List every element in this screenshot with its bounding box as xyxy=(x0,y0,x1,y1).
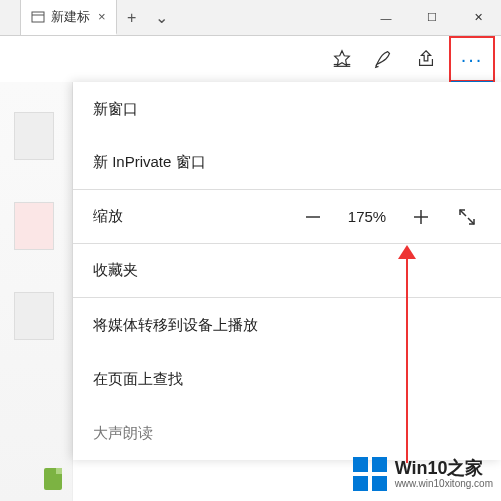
chevron-down-icon: ⌄ xyxy=(155,8,168,27)
annotation-arrow xyxy=(406,253,408,463)
notes-button[interactable] xyxy=(363,38,405,80)
close-icon: ✕ xyxy=(474,11,483,24)
plus-icon: + xyxy=(127,9,136,27)
watermark-text: Win10之家 www.win10xitong.com xyxy=(395,459,493,490)
favorites-button[interactable] xyxy=(321,38,363,80)
menu-new-window[interactable]: 新窗口 xyxy=(73,82,501,136)
watermark: Win10之家 www.win10xitong.com xyxy=(353,457,493,491)
close-tab-icon[interactable]: × xyxy=(98,9,106,24)
zoom-label: 缩放 xyxy=(93,207,123,226)
menu-favorites[interactable]: 收藏夹 xyxy=(73,244,501,298)
minus-icon xyxy=(303,207,323,227)
menu-zoom: 缩放 175% xyxy=(73,190,501,244)
new-tab-button[interactable]: + xyxy=(117,0,147,35)
background-thumb xyxy=(14,292,54,340)
toolbar: ··· xyxy=(0,36,501,82)
plus-icon xyxy=(411,207,431,227)
maximize-icon: ☐ xyxy=(427,11,437,24)
tab-actions-button[interactable]: ⌄ xyxy=(147,0,177,35)
svg-line-9 xyxy=(468,218,474,224)
menu-new-inprivate[interactable]: 新 InPrivate 窗口 xyxy=(73,136,501,190)
browser-window: 新建标 × + ⌄ — ☐ ✕ ··· 新窗口 xyxy=(0,0,501,501)
settings-menu: 新窗口 新 InPrivate 窗口 缩放 175% 收藏夹 xyxy=(73,82,501,460)
more-icon: ··· xyxy=(461,49,484,69)
page-background xyxy=(0,82,73,501)
tab-active[interactable]: 新建标 × xyxy=(21,0,117,35)
menu-label: 大声朗读 xyxy=(93,424,153,443)
tab-inactive[interactable] xyxy=(0,0,21,35)
windows-logo-icon xyxy=(353,457,387,491)
zoom-in-button[interactable] xyxy=(407,203,435,231)
menu-label: 收藏夹 xyxy=(93,261,138,280)
minimize-button[interactable]: — xyxy=(363,0,409,35)
more-menu-button[interactable]: ··· xyxy=(449,36,495,82)
share-icon xyxy=(415,48,437,70)
page-favicon xyxy=(31,10,45,24)
zoom-value: 175% xyxy=(345,208,389,225)
pen-icon xyxy=(373,48,395,70)
svg-rect-0 xyxy=(32,12,44,22)
share-button[interactable] xyxy=(405,38,447,80)
watermark-title: Win10之家 xyxy=(395,459,493,479)
zoom-controls: 175% xyxy=(299,203,481,231)
zoom-out-button[interactable] xyxy=(299,203,327,231)
svg-line-8 xyxy=(460,210,466,216)
tab-label: 新建标 xyxy=(51,8,90,26)
close-window-button[interactable]: ✕ xyxy=(455,0,501,35)
watermark-url: www.win10xitong.com xyxy=(395,478,493,489)
minimize-icon: — xyxy=(381,12,392,24)
document-icon xyxy=(44,468,62,490)
fullscreen-button[interactable] xyxy=(453,203,481,231)
maximize-button[interactable]: ☐ xyxy=(409,0,455,35)
menu-label: 新 InPrivate 窗口 xyxy=(93,153,206,172)
fullscreen-icon xyxy=(457,207,477,227)
menu-label: 在页面上查找 xyxy=(93,370,183,389)
menu-label: 新窗口 xyxy=(93,100,138,119)
menu-label: 将媒体转移到设备上播放 xyxy=(93,316,258,335)
background-thumb xyxy=(14,202,54,250)
menu-find[interactable]: 在页面上查找 xyxy=(73,352,501,406)
menu-read-aloud[interactable]: 大声朗读 xyxy=(73,406,501,460)
tab-bar: 新建标 × + ⌄ — ☐ ✕ xyxy=(0,0,501,36)
menu-cast[interactable]: 将媒体转移到设备上播放 xyxy=(73,298,501,352)
favorites-star-icon xyxy=(331,48,353,70)
background-thumb xyxy=(14,112,54,160)
